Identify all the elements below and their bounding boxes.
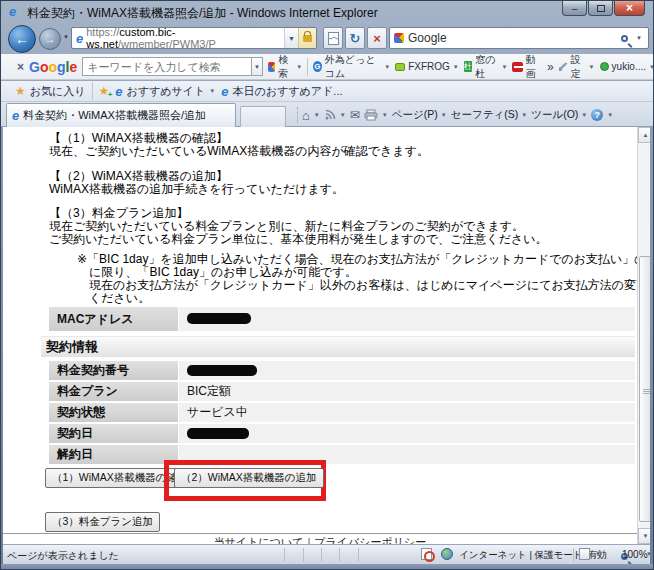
add-favorite-button[interactable]: ★ <box>99 84 110 98</box>
contract-row-label: 契約状態 <box>49 403 178 422</box>
refresh-button[interactable]: ↻ <box>345 27 365 49</box>
tab-active[interactable]: e 料金契約・WiMAX搭載機器照会/追加 <box>6 103 236 127</box>
tab-title: 料金契約・WiMAX搭載機器照会/追加 <box>23 108 206 123</box>
section-1-line: 現在、ご契約いただいているWiMAX搭載機器の内容が確認できます。 <box>49 143 429 160</box>
url-prefix: https:// <box>86 27 119 38</box>
search-options-dropdown[interactable]: ▼ <box>636 35 642 41</box>
close-button[interactable]: × <box>614 1 645 16</box>
compatibility-view-button[interactable] <box>323 27 343 49</box>
window-title: 料金契約・WiMAX搭載機器照会/追加 - Windows Internet E… <box>27 5 378 22</box>
menu-tools-label: ツール(O) <box>531 108 578 122</box>
print-button[interactable] <box>364 109 378 121</box>
note-line-4: ください。 <box>89 290 150 307</box>
help-dropdown[interactable]: ▼ <box>607 112 613 118</box>
search-button-label: 検索 <box>278 54 293 80</box>
logo-letter: e <box>69 59 77 75</box>
menu-safety[interactable]: セーフティ(S)▼ <box>451 108 527 122</box>
zoom-region-icon[interactable] <box>579 548 590 560</box>
scroll-up-icon: ▲ <box>643 132 649 138</box>
zoom-level[interactable]: 100% <box>622 549 648 560</box>
ie-icon: e <box>221 85 228 98</box>
chevron-down-icon: ▼ <box>209 88 215 94</box>
maximize-button[interactable] <box>588 1 613 16</box>
status-message: ページが表示されました <box>7 549 119 563</box>
separator <box>358 548 359 562</box>
chevron-down-icon: ▼ <box>296 64 302 70</box>
lock-icon <box>303 35 312 42</box>
contract-row-label: 解約日 <box>49 445 178 464</box>
chevron-down-icon: ▼ <box>501 64 507 70</box>
scroll-down-icon: ▼ <box>643 533 649 539</box>
browser-window: e 料金契約・WiMAX搭載機器照会/追加 - Windows Internet… <box>0 0 654 570</box>
home-dropdown[interactable]: ▼ <box>314 112 320 118</box>
search-box[interactable]: Google ▼ <box>389 27 649 49</box>
ie-logo-icon: e <box>9 5 16 18</box>
stop-button[interactable]: × <box>367 27 387 49</box>
toolbar-item-label: 窓の杜 <box>475 54 498 80</box>
google-icon <box>268 62 275 72</box>
forward-button[interactable]: → <box>39 28 61 50</box>
chevron-down-icon: ▼ <box>441 112 447 118</box>
stop-icon: × <box>373 31 381 46</box>
feed-dropdown[interactable]: ▼ <box>340 112 346 118</box>
favorites-button[interactable]: ★お気に入り <box>15 84 86 99</box>
toolbar-settings[interactable]: 設定▼ <box>559 54 595 80</box>
toolbar-search-input[interactable] <box>82 57 252 76</box>
favorites-label: お気に入り <box>30 84 86 99</box>
toolbar-item-label: 外為どっとコム <box>325 54 381 80</box>
back-icon: ← <box>15 31 29 47</box>
toolbar-item-morinomado[interactable]: 杜窓の杜▼ <box>464 54 508 80</box>
print-dropdown[interactable]: ▼ <box>382 112 388 118</box>
footer-links[interactable]: 当サイトについて｜プライバシーポリシー <box>3 535 637 544</box>
back-button[interactable]: ← <box>8 25 36 53</box>
add-device-button[interactable]: （2）WiMAX搭載機器の追加 <box>174 468 324 488</box>
tab-favicon: e <box>12 109 19 122</box>
address-dropdown[interactable]: ▼ <box>284 28 298 48</box>
footer-divider <box>3 533 637 534</box>
toolbar-item-douga[interactable]: 動画 <box>512 54 542 80</box>
minimize-button[interactable]: – <box>562 1 587 16</box>
favorites-bar: ★お気に入り ★ eおすすめサイト▼ e本日のおすすめアド... <box>1 81 654 102</box>
separator <box>573 548 574 562</box>
read-mail-button[interactable]: ✉ <box>350 108 360 122</box>
add-plan-button[interactable]: （3）料金プラン追加 <box>45 512 160 532</box>
address-bar[interactable]: e https://custom.bic-ws.net/wmember/PWM3… <box>71 27 317 49</box>
chevron-down-icon: ▼ <box>581 112 587 118</box>
google-logo: Google <box>29 59 77 75</box>
contract-row-label: 契約日 <box>49 424 178 443</box>
rss-feed-button[interactable] <box>324 109 336 121</box>
home-button[interactable]: ⌂ <box>302 108 310 123</box>
toolbar-search-button[interactable]: 検索▼ <box>268 54 302 80</box>
history-dropdown[interactable]: ▼ <box>63 34 69 40</box>
ie-icon: e <box>115 85 122 98</box>
toolbar-overflow-button[interactable]: » <box>547 60 554 74</box>
gaitame-icon: G <box>313 61 322 72</box>
logo-letter: o <box>48 59 57 75</box>
tab-bar: e 料金契約・WiMAX搭載機器照会/追加 ⌂ ▼ ▼ ✉ ▼ ページ(P)▼ … <box>1 102 654 127</box>
chevron-down-icon: ▼ <box>384 64 390 70</box>
toolbar-search-dropdown[interactable]: ▼ <box>252 57 263 76</box>
new-tab-button[interactable] <box>240 106 286 127</box>
security-lock-chip[interactable] <box>298 28 316 48</box>
suggested-sites-button[interactable]: eおすすめサイト▼ <box>115 84 215 99</box>
note-line-3: 現在のお支払方法が「クレジットカード」以外のお客様は、はじめにマイページにてお支… <box>89 277 637 294</box>
search-icon[interactable] <box>621 35 628 42</box>
google-toolbar: × Google ▼ 検索▼ G外為どっとコム▼ FXFROG▼ 杜窓の杜▼ 動… <box>1 54 654 80</box>
toolbar-close-button[interactable]: × <box>17 60 24 74</box>
help-button[interactable]: ? <box>591 109 603 121</box>
chevron-down-icon: ▼ <box>589 64 595 70</box>
close-icon: × <box>626 1 633 15</box>
toolbar-item-fxfrog[interactable]: FXFROG▼ <box>395 61 459 72</box>
chevron-down-icon: ▼ <box>649 64 654 70</box>
toolbar-item-gaitame[interactable]: G外為どっとコム▼ <box>313 54 390 80</box>
maximize-icon <box>597 5 605 12</box>
toolbar-item-label: 動画 <box>526 54 542 80</box>
refresh-icon: ↻ <box>350 31 361 46</box>
menu-page[interactable]: ページ(P)▼ <box>392 108 447 122</box>
menu-tools[interactable]: ツール(O)▼ <box>531 108 587 122</box>
separator <box>297 107 298 123</box>
zoom-region-dropdown[interactable]: ▼ <box>595 551 601 557</box>
daily-pick-button[interactable]: e本日のおすすめアド... <box>221 84 342 99</box>
madonomori-icon: 杜 <box>464 61 472 72</box>
toolbar-account[interactable]: yukio....▼ <box>600 61 654 72</box>
